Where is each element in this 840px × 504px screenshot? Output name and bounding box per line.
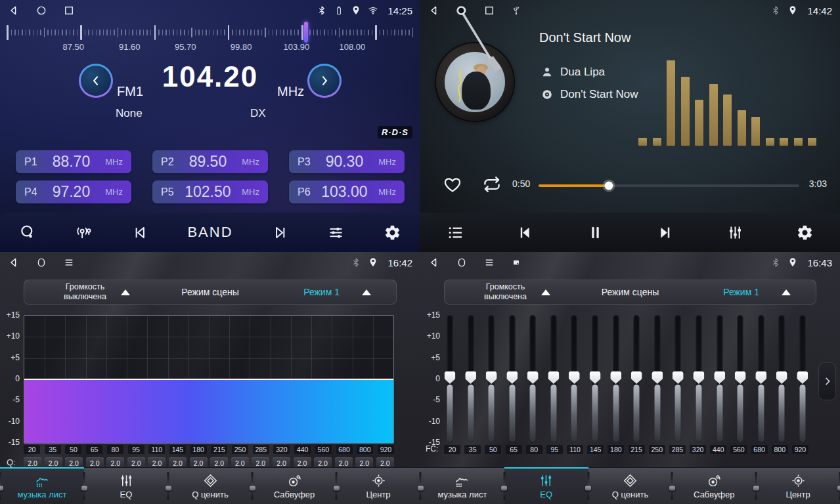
back-icon[interactable] xyxy=(428,5,440,16)
settings-button[interactable] xyxy=(384,224,401,242)
preset-P6[interactable]: P6103.00MHz xyxy=(289,180,405,203)
menu-icon[interactable] xyxy=(63,257,75,268)
q-value[interactable]: 2.0 xyxy=(314,457,332,469)
eq-band-slider[interactable] xyxy=(776,314,787,444)
q-value[interactable]: 2.0 xyxy=(210,457,228,469)
home-icon[interactable] xyxy=(456,5,468,16)
seek-down-button[interactable] xyxy=(131,224,149,242)
playlist-button[interactable] xyxy=(447,224,464,242)
back-icon[interactable] xyxy=(428,257,440,268)
recents-icon[interactable] xyxy=(63,5,75,16)
preset-P4[interactable]: P497.20MHz xyxy=(16,180,131,203)
eq-band-slider[interactable] xyxy=(630,314,642,444)
eq-band-slider[interactable] xyxy=(485,314,497,444)
slider-knob[interactable] xyxy=(527,371,539,384)
slider-knob[interactable] xyxy=(445,371,456,384)
q-value[interactable]: 2.0 xyxy=(169,457,187,469)
eq-band-slider[interactable] xyxy=(506,314,518,444)
progress-thumb[interactable] xyxy=(605,182,613,190)
preset-P1[interactable]: P188.70MHz xyxy=(16,150,131,173)
favorite-button[interactable] xyxy=(443,175,462,194)
band-button[interactable]: BAND xyxy=(187,224,232,241)
eq-band-slider[interactable] xyxy=(755,314,767,444)
tab-eq[interactable]: EQ xyxy=(84,468,168,504)
eq-band-slider[interactable] xyxy=(527,314,539,444)
slider-knob[interactable] xyxy=(569,371,580,384)
eq-band-slider[interactable] xyxy=(734,314,746,444)
next-page-button[interactable] xyxy=(818,362,836,400)
slider-knob[interactable] xyxy=(693,371,704,384)
tuner-pointer[interactable] xyxy=(304,22,308,43)
eq-band-slider[interactable] xyxy=(693,314,705,444)
tuner-scale[interactable] xyxy=(7,24,414,41)
slider-knob[interactable] xyxy=(610,371,621,384)
next-track-button[interactable] xyxy=(656,224,674,242)
eq-response-graph[interactable] xyxy=(24,315,394,444)
eq-band-slider[interactable] xyxy=(465,314,477,444)
slider-knob[interactable] xyxy=(714,371,725,384)
tab-music-list[interactable]: музыка лист xyxy=(420,468,504,504)
q-value[interactable]: 2.0 xyxy=(106,457,124,469)
scan-button[interactable] xyxy=(19,224,37,242)
slider-knob[interactable] xyxy=(590,371,601,384)
menu-icon[interactable] xyxy=(483,257,495,268)
home-icon[interactable] xyxy=(35,257,47,268)
q-value[interactable]: 2.0 xyxy=(86,457,104,469)
repeat-button[interactable] xyxy=(482,175,502,194)
q-value[interactable]: 2.0 xyxy=(127,457,145,469)
tab-center[interactable]: Центр xyxy=(336,468,420,504)
slider-knob[interactable] xyxy=(652,371,663,384)
tab-q-tune[interactable]: Q ценить xyxy=(168,468,252,504)
q-value[interactable]: 2.0 xyxy=(231,457,249,469)
slider-knob[interactable] xyxy=(465,371,476,384)
eq-band-slider[interactable] xyxy=(652,314,663,444)
tab-q-tune[interactable]: Q ценить xyxy=(588,468,673,504)
slider-knob[interactable] xyxy=(506,371,518,384)
q-value[interactable]: 2.0 xyxy=(148,457,166,469)
q-value[interactable]: 2.0 xyxy=(45,457,62,469)
scene-mode-dropdown[interactable]: Режим 1 xyxy=(303,287,371,297)
slider-knob[interactable] xyxy=(776,371,787,384)
home-icon[interactable] xyxy=(35,5,47,16)
slider-knob[interactable] xyxy=(673,371,684,384)
preset-P5[interactable]: P5102.50MHz xyxy=(152,180,268,203)
slider-knob[interactable] xyxy=(755,371,766,384)
preset-P3[interactable]: P390.30MHz xyxy=(289,150,405,173)
q-value[interactable]: 2.0 xyxy=(376,457,394,469)
back-icon[interactable] xyxy=(8,5,20,16)
eq-band-slider[interactable] xyxy=(548,314,560,444)
progress-bar[interactable] xyxy=(539,184,799,187)
pause-button[interactable] xyxy=(586,224,604,242)
eq-band-slider[interactable] xyxy=(568,314,580,444)
q-value[interactable]: 2.0 xyxy=(355,457,373,469)
eq-band-slider[interactable] xyxy=(444,314,456,444)
tab-subwoofer[interactable]: Сабвуфер xyxy=(252,468,336,504)
back-icon[interactable] xyxy=(8,257,20,268)
tab-eq[interactable]: EQ xyxy=(504,468,588,504)
q-value[interactable]: 2.0 xyxy=(190,457,208,469)
eq-band-slider[interactable] xyxy=(610,314,622,444)
q-value[interactable]: 2.0 xyxy=(24,457,41,469)
slider-knob[interactable] xyxy=(486,371,497,384)
eq-band-slider[interactable] xyxy=(714,314,726,444)
preset-P2[interactable]: P289.50MHz xyxy=(152,150,268,173)
recents-icon[interactable] xyxy=(483,5,495,16)
screenshot-icon[interactable] xyxy=(511,257,521,268)
previous-track-button[interactable] xyxy=(516,224,534,242)
eq-band-slider[interactable] xyxy=(797,314,808,444)
settings-button[interactable] xyxy=(796,224,814,242)
eq-band-slider[interactable] xyxy=(672,314,684,444)
broadcast-button[interactable] xyxy=(76,224,93,242)
q-value[interactable]: 2.0 xyxy=(273,457,290,469)
scene-mode-dropdown[interactable]: Режим 1 xyxy=(723,287,791,297)
tab-center[interactable]: Центр xyxy=(756,468,840,504)
seek-up-button[interactable] xyxy=(271,224,289,242)
q-value[interactable]: 2.0 xyxy=(294,457,311,469)
eq-band-slider[interactable] xyxy=(589,314,601,444)
eq-settings-button[interactable] xyxy=(327,224,345,242)
slider-knob[interactable] xyxy=(631,371,642,384)
q-value[interactable]: 2.0 xyxy=(65,457,83,469)
slider-knob[interactable] xyxy=(735,371,746,384)
q-value[interactable]: 2.0 xyxy=(335,457,353,469)
home-icon[interactable] xyxy=(456,257,468,268)
